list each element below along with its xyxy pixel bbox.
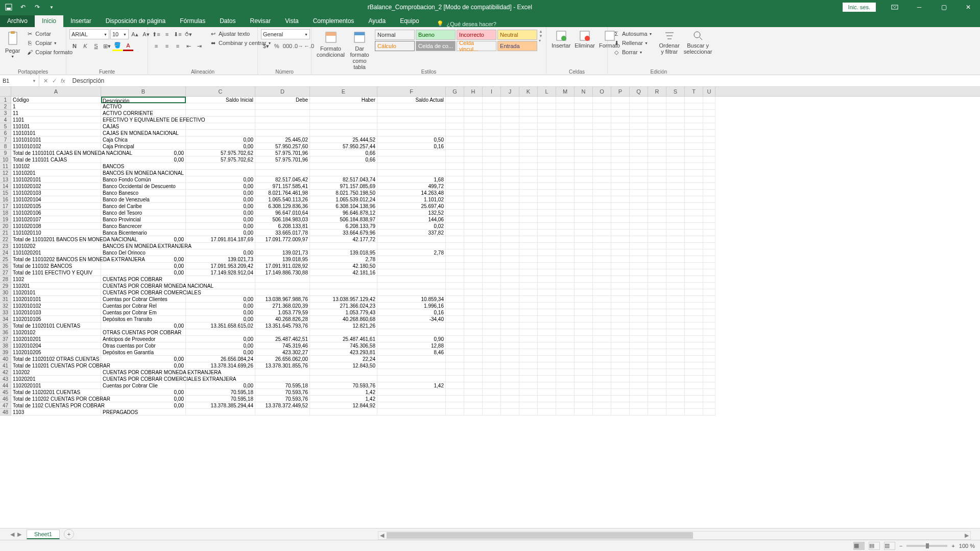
cell[interactable] — [519, 329, 538, 336]
cell[interactable]: 70.593,76 — [310, 382, 377, 389]
cell[interactable] — [685, 389, 703, 396]
cell[interactable]: 1102010103 — [11, 309, 101, 316]
cell[interactable] — [648, 190, 666, 196]
cell[interactable] — [483, 329, 501, 336]
cell[interactable]: 271.368.020,39 — [255, 303, 310, 309]
cell[interactable] — [519, 276, 538, 283]
cell[interactable]: 6.208.133,79 — [310, 223, 377, 229]
cell[interactable]: Total de 110201 CUENTAS POR COBRAR — [11, 362, 101, 369]
cell[interactable]: 42.177,72 — [310, 236, 377, 243]
cell[interactable] — [464, 143, 483, 150]
cell[interactable] — [556, 349, 575, 356]
cell[interactable] — [483, 349, 501, 356]
cell[interactable] — [519, 210, 538, 216]
cell[interactable] — [556, 183, 575, 190]
cell[interactable] — [575, 382, 593, 389]
cell[interactable]: Código — [11, 97, 101, 103]
cell[interactable] — [538, 303, 556, 309]
cell[interactable] — [593, 210, 611, 216]
cell[interactable]: 423.302,27 — [255, 349, 310, 356]
cell[interactable] — [611, 296, 630, 303]
cell[interactable]: 1102010101 — [11, 296, 101, 303]
cell[interactable]: Total de 11020201 CUENTAS — [11, 389, 101, 396]
cell[interactable] — [483, 402, 501, 409]
tab-layout[interactable]: Disposición de página — [99, 15, 173, 27]
cell[interactable]: 82.517.045,42 — [255, 176, 310, 183]
cell[interactable] — [611, 342, 630, 349]
cell[interactable] — [556, 190, 575, 196]
cell[interactable] — [593, 196, 611, 203]
cell[interactable] — [593, 356, 611, 362]
cell[interactable] — [703, 336, 715, 342]
cell[interactable] — [538, 323, 556, 329]
cell[interactable] — [519, 183, 538, 190]
cell[interactable] — [556, 269, 575, 276]
cell[interactable] — [501, 309, 519, 316]
cell[interactable] — [538, 183, 556, 190]
cell[interactable] — [501, 143, 519, 150]
redo-icon[interactable]: ↷ — [32, 2, 43, 13]
cell[interactable] — [377, 276, 446, 283]
cell[interactable]: 110202 — [11, 369, 101, 376]
cell[interactable] — [666, 236, 685, 243]
cell[interactable] — [519, 196, 538, 203]
row-header[interactable]: 21 — [0, 229, 11, 236]
cell[interactable] — [519, 342, 538, 349]
cell[interactable] — [483, 276, 501, 283]
row-header[interactable]: 23 — [0, 243, 11, 249]
cell[interactable] — [575, 176, 593, 183]
cell[interactable] — [501, 283, 519, 289]
cell[interactable] — [666, 402, 685, 409]
name-box[interactable]: B1▼ — [0, 75, 39, 86]
cell[interactable] — [538, 249, 556, 256]
cell[interactable] — [703, 402, 715, 409]
cell[interactable] — [446, 216, 464, 223]
row-header[interactable]: 39 — [0, 349, 11, 356]
zoom-level[interactable]: 100 % — [959, 543, 975, 549]
cell[interactable]: 0,00 — [186, 176, 255, 183]
cell[interactable] — [666, 336, 685, 342]
cell[interactable] — [685, 396, 703, 402]
cell[interactable] — [538, 136, 556, 143]
cell[interactable] — [648, 150, 666, 156]
cell[interactable] — [648, 389, 666, 396]
cell[interactable] — [519, 389, 538, 396]
cell[interactable]: 57.975.701,96 — [255, 150, 310, 156]
cell[interactable]: 0,66 — [310, 156, 377, 163]
cell[interactable] — [648, 356, 666, 362]
cell[interactable] — [501, 216, 519, 223]
cell[interactable] — [703, 296, 715, 303]
sign-in-button[interactable]: Inic. ses. — [843, 3, 876, 12]
cell[interactable] — [593, 256, 611, 263]
cell[interactable] — [666, 289, 685, 296]
cell[interactable] — [446, 210, 464, 216]
cell[interactable] — [648, 136, 666, 143]
cell[interactable] — [483, 150, 501, 156]
cell[interactable] — [538, 382, 556, 389]
cell[interactable] — [186, 329, 255, 336]
cell[interactable] — [685, 329, 703, 336]
cell[interactable] — [255, 123, 310, 130]
cell[interactable] — [501, 356, 519, 362]
cell[interactable] — [593, 342, 611, 349]
cell[interactable] — [611, 170, 630, 176]
cell[interactable]: BANCOS — [101, 163, 186, 170]
cell[interactable] — [538, 216, 556, 223]
column-header-P[interactable]: P — [611, 87, 630, 96]
cell[interactable] — [519, 170, 538, 176]
cell[interactable] — [666, 170, 685, 176]
cell[interactable] — [519, 369, 538, 376]
cell[interactable] — [501, 150, 519, 156]
cell[interactable] — [556, 396, 575, 402]
cell[interactable]: 0,00 — [101, 402, 186, 409]
cell[interactable] — [255, 117, 310, 123]
cell[interactable] — [446, 362, 464, 369]
column-header-L[interactable]: L — [538, 87, 556, 96]
underline-icon[interactable]: S — [91, 41, 101, 51]
cell[interactable] — [538, 97, 556, 103]
cell[interactable] — [501, 117, 519, 123]
cell[interactable] — [648, 303, 666, 309]
cell[interactable] — [703, 349, 715, 356]
cell[interactable] — [556, 203, 575, 210]
cell[interactable] — [611, 196, 630, 203]
